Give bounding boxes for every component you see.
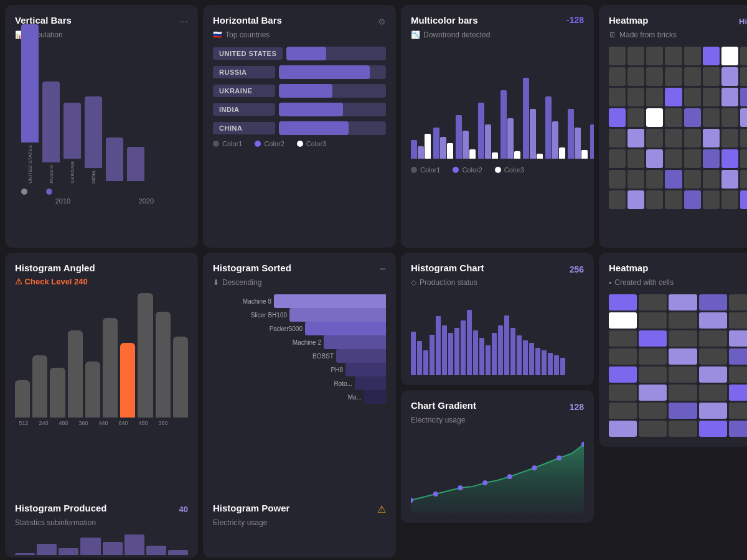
heatmap-cell (669, 348, 697, 365)
ha-bar (32, 355, 47, 418)
heatmap-cell (699, 403, 727, 419)
hbar-track (279, 103, 386, 116)
hs-bar (364, 390, 386, 404)
hs-bar-label: Ma... (321, 394, 362, 401)
gear-icon[interactable]: ⚙ (378, 17, 386, 27)
heatmap-bottom-grid: 128 (609, 294, 747, 437)
heatmap-cell (627, 108, 644, 127)
heatmap-cell (721, 47, 738, 65)
card-subtitle: ▪ Created with cells (609, 278, 747, 287)
legend-color1: Color1 (213, 140, 242, 147)
right-column: Heatmap × ▪ Created with cells (599, 253, 747, 558)
chart-dot (458, 485, 463, 490)
dot-2020[interactable] (46, 189, 52, 195)
heatmap-cell (665, 47, 682, 65)
hbar-fill (279, 103, 343, 116)
heatmap-cell (665, 129, 682, 147)
hs-bars-list: Machine 8 Slicer BH100 Packer5000 Machin… (213, 294, 386, 404)
heatmap-cell (740, 149, 747, 168)
chart-dot (507, 474, 512, 479)
heatmap-cell (669, 294, 697, 310)
hs-bar-item: PH8 (213, 363, 386, 376)
heatmap-cell (703, 129, 720, 147)
heatmap-cell (699, 385, 727, 401)
hp-bar (146, 546, 166, 555)
calendar-icon: 🗓 (609, 30, 616, 39)
heatmap-cell (684, 88, 701, 106)
histogram-angled-chart (15, 293, 188, 418)
color-legend: Color1 Color2 Color3 (213, 140, 386, 147)
hbar-item: UNITED STATES (213, 47, 386, 60)
heatmap-cell (669, 421, 697, 437)
card-subtitle: ◇ Production status (411, 278, 584, 287)
hp-bar (103, 542, 123, 555)
card-title: Multicolor bars (411, 15, 478, 26)
heatmap-cell (721, 129, 738, 147)
diamond-icon: ◇ (411, 278, 416, 287)
heatmap-cell (684, 108, 701, 127)
heatmap-cell (729, 312, 747, 329)
heatmap-cell (609, 421, 637, 437)
heatmap-cell (665, 88, 682, 106)
heatmap-cell (703, 47, 720, 65)
heatmap-cell (699, 330, 727, 347)
heatmap-cell (721, 149, 738, 168)
chart-dot (433, 492, 438, 497)
horizontal-bars-card: Horizontal Bars ⚙ 🇷🇺 Top countries UNITE… (203, 5, 396, 248)
heatmap-cell (627, 129, 644, 147)
card-subtitle: 📊 Population (15, 30, 188, 39)
hbars-list: UNITED STATES RUSSIA UKRAINE INDIA (213, 47, 386, 135)
color-legend: Color1 Color2 Color3 (411, 166, 584, 174)
card-header: Chart Gradient 128 (411, 400, 584, 413)
heatmap-cell (609, 348, 637, 365)
card-title: Histogram Power (213, 503, 289, 513)
card-title: Histogram Angled (15, 263, 188, 273)
hc-bar (492, 333, 497, 375)
cells-icon: ▪ (609, 278, 611, 287)
heatmap-cell (639, 385, 667, 401)
vbar-item (127, 147, 144, 184)
heatmap-cell (721, 67, 738, 86)
heatmap-cell (684, 149, 701, 168)
heatmap-cell (665, 190, 682, 209)
heatmap-cell (627, 190, 644, 209)
ha-bar (103, 318, 118, 418)
vbar (42, 82, 60, 162)
heatmap-cell (684, 47, 701, 65)
card-title: Histogram Chart (411, 263, 484, 273)
legend-dot (411, 167, 417, 173)
heatmap-cell (729, 330, 747, 347)
heatmap-cell (646, 149, 663, 168)
chart-dot (532, 465, 537, 470)
vbar-item (106, 138, 123, 184)
heatmap-cell (729, 366, 747, 383)
heatmap-cell (699, 421, 727, 437)
heatmap-cell (609, 108, 626, 127)
hs-bar-item: BOBST (213, 349, 386, 363)
card-title: Horizontal Bars (213, 15, 282, 26)
ha-labels: 512 240 480 360 440 640 480 360 (15, 420, 188, 426)
dots-menu-icon[interactable]: ··· (180, 16, 188, 27)
heatmap-cell (729, 348, 747, 365)
vertical-bars-card: Vertical Bars ··· 📊 Population UNITED ST… (5, 5, 198, 248)
card-subtitle: ⬇ Descending (213, 278, 386, 287)
hc-bar (523, 340, 528, 375)
collapse-icon[interactable]: − (379, 263, 386, 276)
hs-bar-item: Machine 8 (213, 294, 386, 308)
dot-2010[interactable] (21, 189, 27, 195)
heatmap-cell (721, 108, 738, 127)
heatmap-cell (646, 190, 663, 209)
multicolor-bars-card: Multicolor bars -128 📉 Downtrend detecte… (401, 5, 594, 248)
card-header: Vertical Bars ··· (15, 15, 188, 28)
heatmap-cell (639, 421, 667, 437)
hc-bar (560, 358, 565, 375)
heatmap-cell (665, 67, 682, 86)
heatmap-cell (609, 190, 626, 209)
hc-bar (417, 341, 422, 375)
heatmap-cell (639, 403, 667, 419)
ha-bar (68, 330, 83, 418)
card-subtitle: Electricity usage (213, 518, 386, 527)
hs-bar (336, 349, 386, 363)
hp-bar (168, 550, 188, 555)
heatmap-cell (699, 366, 727, 383)
